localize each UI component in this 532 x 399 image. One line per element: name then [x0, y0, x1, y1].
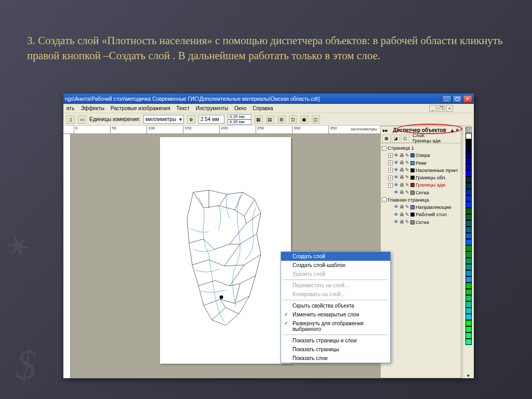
- expand-icon[interactable]: +: [388, 168, 393, 172]
- nudge-input[interactable]: 2.54 мм: [198, 115, 224, 124]
- visibility-icon[interactable]: 👁: [394, 152, 398, 159]
- palette-scroll-down-icon[interactable]: ▾: [467, 373, 470, 378]
- close-button[interactable]: ×: [463, 95, 472, 103]
- expand-icon[interactable]: -: [382, 197, 387, 202]
- color-swatch[interactable]: [466, 183, 472, 189]
- toolbar-icon[interactable]: ▦: [255, 115, 263, 124]
- ctx-show-pages[interactable]: Показать страницы: [281, 345, 390, 354]
- expand-icon[interactable]: +: [388, 153, 393, 158]
- toolbar-icon[interactable]: ⊡: [289, 115, 297, 124]
- color-swatch[interactable]: [466, 145, 472, 152]
- color-swatch[interactable]: [466, 170, 472, 177]
- ctx-show-layers[interactable]: Показать слои: [281, 354, 390, 363]
- ctx-create-master-layer[interactable]: Создать слой-шаблон: [281, 261, 390, 270]
- color-swatch[interactable]: [466, 320, 472, 326]
- color-swatch[interactable]: [466, 264, 472, 270]
- color-swatch[interactable]: [466, 152, 472, 158]
- color-swatch[interactable]: [466, 270, 472, 276]
- om-tool-icon[interactable]: ◪: [392, 135, 400, 143]
- page-canvas[interactable]: [160, 137, 291, 364]
- ctx-hide-properties[interactable]: Скрыть свойства объекта: [281, 301, 390, 310]
- color-swatch[interactable]: [466, 258, 472, 264]
- portrait-icon[interactable]: ▯: [66, 115, 75, 124]
- window-title: ngs\Анюта\Рабочий стол\методичка Совреме…: [65, 96, 320, 102]
- menu-bitmaps[interactable]: Растровые изображения: [111, 105, 170, 111]
- doc-minimize-button[interactable]: _: [429, 105, 436, 112]
- color-swatch[interactable]: [466, 195, 472, 202]
- color-swatch[interactable]: [466, 289, 472, 295]
- edit-icon[interactable]: ✎: [405, 152, 409, 159]
- color-swatch[interactable]: [466, 326, 472, 332]
- layer-node[interactable]: Границы обл.: [416, 174, 446, 181]
- docker-close-icon[interactable]: ×: [456, 127, 459, 133]
- color-swatch[interactable]: [466, 314, 472, 320]
- units-dropdown[interactable]: миллиметры▾: [143, 115, 184, 124]
- docker-menu-icon[interactable]: ▴: [451, 127, 454, 133]
- ctx-edit-across-layers[interactable]: Изменить незакрытые слои: [281, 310, 390, 319]
- layer-node[interactable]: Сетка: [416, 189, 429, 196]
- doc-restore-button[interactable]: ❐: [437, 105, 445, 112]
- om-tool-icon[interactable]: ◫: [401, 135, 409, 143]
- layer-node[interactable]: Сетка: [416, 219, 429, 226]
- color-swatch[interactable]: [466, 133, 472, 139]
- color-swatch[interactable]: [466, 189, 472, 195]
- menu-help[interactable]: Справка: [252, 105, 273, 111]
- master-page-node[interactable]: Главная страница: [388, 196, 429, 204]
- color-swatch[interactable]: [466, 139, 472, 145]
- layer-node[interactable]: Рабочий стол: [416, 211, 447, 218]
- color-swatch[interactable]: [466, 251, 472, 258]
- color-swatch[interactable]: [466, 301, 472, 308]
- dup-y-input[interactable]: 6.35 мм: [228, 119, 251, 125]
- color-swatch[interactable]: [466, 245, 472, 251]
- color-swatch[interactable]: [466, 276, 472, 283]
- layer-node[interactable]: Озера: [416, 152, 430, 159]
- color-swatch[interactable]: [466, 202, 472, 208]
- color-swatch[interactable]: [466, 208, 472, 214]
- ctx-show-pages-layers[interactable]: Показать страницы и слои: [281, 336, 390, 345]
- menu-tools[interactable]: Инструменты: [196, 105, 228, 111]
- menu-effects[interactable]: Эффекты: [81, 105, 104, 111]
- color-swatch[interactable]: [466, 233, 472, 239]
- color-swatch[interactable]: [466, 158, 472, 164]
- color-swatch[interactable]: [466, 308, 472, 314]
- layer-node[interactable]: Населенные пункт: [416, 167, 458, 174]
- dup-x-input[interactable]: 6.35 мм: [228, 114, 251, 119]
- color-swatch[interactable]: [466, 214, 472, 220]
- toolbar-icon[interactable]: ◫: [312, 115, 320, 124]
- expand-icon[interactable]: +: [388, 176, 393, 180]
- city-marker: [220, 296, 223, 299]
- color-swatch[interactable]: [466, 227, 472, 233]
- color-swatch[interactable]: [466, 177, 472, 183]
- expand-icon[interactable]: +: [388, 183, 393, 188]
- layer-node[interactable]: Направляющие: [416, 204, 451, 211]
- landscape-icon[interactable]: ▭: [78, 115, 86, 124]
- vertical-ruler: [63, 134, 71, 378]
- color-swatch[interactable]: [466, 295, 472, 301]
- ctx-expand-to-show[interactable]: Развернуть для отображения выбранного: [281, 319, 390, 334]
- expand-icon[interactable]: -: [382, 146, 387, 151]
- toolbar-icon[interactable]: ▤: [266, 115, 274, 124]
- no-color-swatch[interactable]: ⊠: [466, 127, 472, 133]
- minimize-button[interactable]: _: [442, 95, 451, 103]
- color-swatch[interactable]: [466, 332, 472, 339]
- ctx-create-layer[interactable]: Создать слой: [281, 252, 390, 261]
- color-swatch[interactable]: [466, 283, 472, 289]
- menu-window[interactable]: Окно: [234, 105, 246, 111]
- expand-icon[interactable]: +: [388, 161, 393, 165]
- menu-item[interactable]: ить: [66, 105, 74, 111]
- om-tool-icon[interactable]: ▦: [382, 135, 391, 143]
- layer-node-active[interactable]: Границы ади.: [416, 181, 446, 189]
- menu-text[interactable]: Текст: [177, 105, 190, 111]
- toolbar-icon[interactable]: ⊞: [277, 115, 286, 124]
- layer-node[interactable]: Реки: [416, 159, 427, 167]
- color-swatch[interactable]: [466, 239, 472, 245]
- color-swatch[interactable]: [466, 339, 472, 345]
- page-node[interactable]: Страница 1: [388, 144, 414, 152]
- color-swatch[interactable]: [466, 164, 472, 170]
- print-icon[interactable]: 🖶: [400, 152, 404, 159]
- doc-close-button[interactable]: ×: [446, 105, 453, 112]
- maximize-button[interactable]: ▢: [453, 95, 462, 103]
- color-swatch[interactable]: [466, 220, 472, 227]
- om-tree[interactable]: - Страница 1 +👁🖶✎ Озера +👁🖶✎ Реки +👁🖶✎ Н…: [381, 143, 461, 227]
- toolbar-icon[interactable]: ▣: [300, 115, 309, 124]
